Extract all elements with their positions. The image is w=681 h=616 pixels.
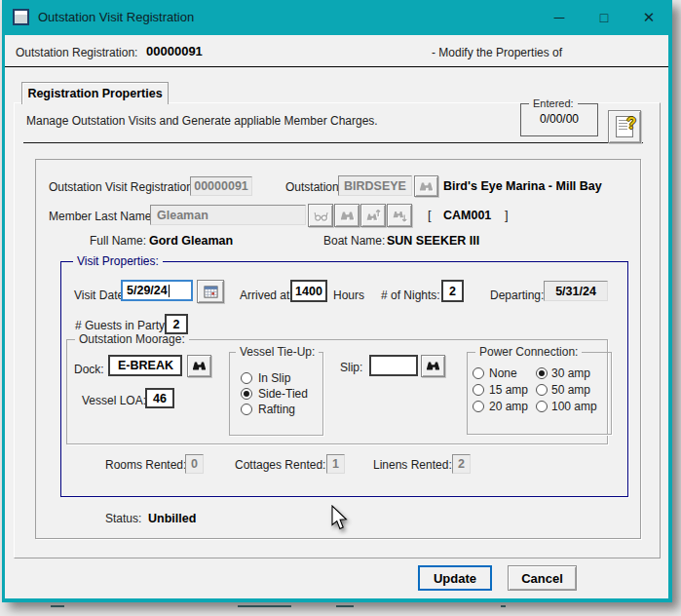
cottages-rented-field: 1 bbox=[326, 454, 345, 474]
registration-number-value: 00000091 bbox=[146, 45, 203, 58]
visit-date-label: Visit Date: bbox=[74, 289, 127, 302]
radio-power-15amp-label[interactable]: 15 amp bbox=[489, 383, 528, 397]
radio-power-20amp-label[interactable]: 20 amp bbox=[489, 400, 528, 413]
member-search-button bbox=[334, 204, 359, 227]
radio-in-slip[interactable] bbox=[241, 372, 252, 384]
outstation-label: Outstation: bbox=[285, 180, 342, 194]
window-border-right bbox=[668, 0, 672, 602]
radio-side-tied[interactable] bbox=[241, 388, 252, 400]
dock-input[interactable]: E-BREAK bbox=[108, 355, 182, 376]
radio-power-15amp[interactable] bbox=[473, 384, 484, 396]
arrived-at-label: Arrived at: bbox=[240, 289, 293, 302]
member-code-bracket-open: [ bbox=[428, 209, 432, 222]
arrived-at-input[interactable]: 1400 bbox=[290, 280, 327, 302]
vessel-loa-input[interactable]: 46 bbox=[145, 388, 174, 408]
member-last-name-label: Member Last Name: bbox=[49, 210, 155, 223]
binoculars-down-icon bbox=[392, 209, 408, 223]
text-caret bbox=[169, 285, 170, 297]
boat-name-value: SUN SEEKER III bbox=[387, 234, 479, 248]
registration-number-label: Outstation Registration: bbox=[16, 46, 137, 59]
intro-text: Manage Outstation Visits and Generate ap… bbox=[26, 114, 378, 128]
tab-registration-properties[interactable]: Registration Properties bbox=[21, 82, 169, 104]
entered-groupbox: Entered: 0/00/00 bbox=[520, 103, 598, 136]
help-button[interactable]: ? bbox=[608, 110, 641, 143]
nights-label: # of Nights: bbox=[381, 289, 440, 302]
background-artifact bbox=[238, 605, 291, 607]
outstation-name-text: Bird's Eye Marina - Mill Bay bbox=[443, 179, 602, 193]
entered-value: 0/00/00 bbox=[521, 112, 597, 126]
screen: Outstation Visit Registration ─ □ ✕ Outs… bbox=[0, 0, 681, 616]
vessel-loa-label: Vessel LOA: bbox=[82, 394, 146, 407]
member-search-next-button bbox=[387, 204, 412, 227]
reg-id-field: 00000091 bbox=[190, 176, 252, 196]
window-title: Outstation Visit Registration bbox=[38, 10, 194, 24]
rooms-rented-label: Rooms Rented: bbox=[105, 458, 186, 472]
radio-side-tied-label[interactable]: Side-Tied bbox=[258, 387, 308, 401]
separator-line bbox=[23, 142, 643, 143]
member-search-previous-button bbox=[360, 204, 386, 227]
slip-input[interactable] bbox=[369, 355, 418, 376]
header-bar: Outstation Registration: 00000091 - Modi… bbox=[2, 35, 672, 67]
outstation-field: BIRDSEYE bbox=[338, 175, 412, 196]
member-code-value: CAM001 bbox=[443, 209, 491, 222]
departing-field: 5/31/24 bbox=[544, 281, 608, 301]
member-last-name-field: Gleaman bbox=[150, 205, 306, 225]
radio-power-100amp-label[interactable]: 100 amp bbox=[551, 400, 597, 413]
maximize-button[interactable]: □ bbox=[590, 6, 618, 29]
radio-power-50amp-label[interactable]: 50 amp bbox=[551, 383, 590, 397]
visit-properties-label: Visit Properties: bbox=[73, 254, 163, 269]
outstation-search-button bbox=[414, 175, 438, 197]
departing-label: Departing: bbox=[490, 289, 544, 302]
radio-power-none[interactable] bbox=[473, 367, 484, 379]
close-button[interactable]: ✕ bbox=[635, 6, 662, 29]
modify-properties-text: - Modify the Properties of bbox=[432, 46, 562, 59]
full-name-label: Full Name: bbox=[90, 234, 146, 248]
member-view-button bbox=[308, 204, 333, 227]
background-artifact bbox=[51, 605, 64, 607]
outstation-moorage-label: Outstation Moorage: bbox=[75, 332, 189, 347]
vessel-tieup-label: Vessel Tie-Up: bbox=[236, 345, 319, 360]
background-artifact bbox=[501, 605, 506, 607]
title-bar[interactable]: Outstation Visit Registration ─ □ ✕ bbox=[2, 0, 672, 35]
window-form-icon bbox=[13, 9, 29, 25]
calendar-button[interactable] bbox=[197, 280, 224, 303]
radio-power-20amp[interactable] bbox=[473, 401, 484, 412]
radio-power-30amp-label[interactable]: 30 amp bbox=[551, 366, 590, 380]
background-artifact bbox=[336, 605, 354, 607]
binoculars-icon bbox=[191, 359, 208, 373]
cottages-rented-label: Cottages Rented: bbox=[235, 458, 325, 472]
boat-name-label: Boat Name: bbox=[323, 234, 385, 248]
linens-rented-field: 2 bbox=[452, 454, 471, 474]
power-connection-label: Power Connection: bbox=[475, 345, 582, 360]
radio-power-30amp[interactable] bbox=[536, 367, 548, 379]
minimize-button[interactable]: ─ bbox=[546, 6, 573, 29]
hours-label: Hours bbox=[333, 289, 364, 302]
reg-id-label: Outstation Visit Registration ID: bbox=[49, 180, 211, 194]
status-value: Unbilled bbox=[148, 512, 196, 525]
mouse-cursor bbox=[330, 505, 349, 532]
dialog-outstation-visit-registration: Outstation Visit Registration ─ □ ✕ Outs… bbox=[2, 0, 672, 602]
binoculars-up-icon bbox=[365, 209, 382, 223]
guests-input[interactable]: 2 bbox=[165, 314, 188, 334]
update-button[interactable]: Update bbox=[418, 565, 492, 591]
entered-label: Entered: bbox=[529, 96, 578, 111]
full-name-value: Gord Gleaman bbox=[149, 234, 233, 248]
slip-search-button[interactable] bbox=[421, 355, 445, 377]
radio-rafting[interactable] bbox=[241, 404, 252, 415]
binoculars-icon bbox=[418, 179, 435, 194]
guests-label: # Guests in Party: bbox=[75, 319, 168, 332]
radio-rafting-label[interactable]: Rafting bbox=[258, 403, 295, 416]
radio-in-slip-label[interactable]: In Slip bbox=[258, 371, 290, 385]
radio-power-50amp[interactable] bbox=[536, 384, 548, 396]
dock-search-button[interactable] bbox=[187, 355, 211, 377]
member-code-bracket-close: ] bbox=[505, 209, 509, 222]
radio-power-100amp[interactable] bbox=[536, 401, 548, 412]
status-label: Status: bbox=[105, 512, 141, 525]
radio-power-none-label[interactable]: None bbox=[489, 366, 517, 380]
binoculars-icon bbox=[339, 209, 356, 223]
visit-date-input[interactable]: 5/29/24 bbox=[121, 280, 193, 301]
slip-label: Slip: bbox=[340, 361, 362, 374]
nights-input[interactable]: 2 bbox=[441, 280, 464, 302]
cancel-button[interactable]: Cancel bbox=[508, 565, 577, 591]
help-icon: ? bbox=[616, 116, 633, 137]
